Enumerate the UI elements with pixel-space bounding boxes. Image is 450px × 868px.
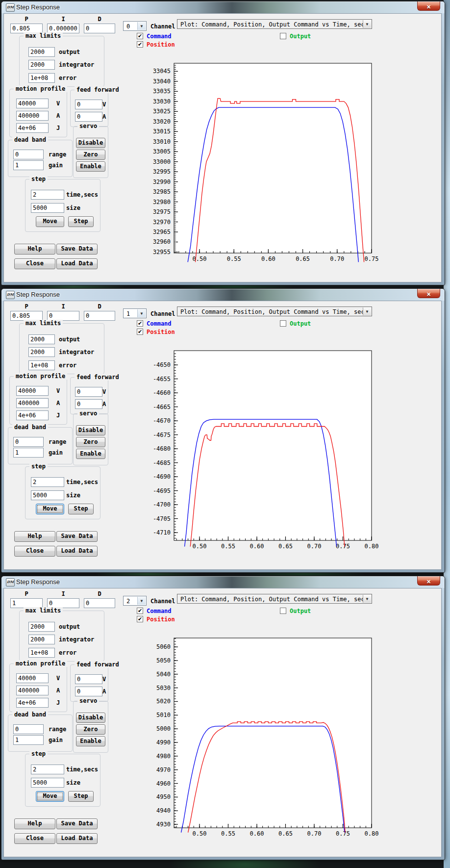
max-error-input[interactable]	[28, 73, 55, 83]
p-input[interactable]	[10, 24, 43, 33]
acceleration-input[interactable]	[16, 111, 49, 121]
close-window-button[interactable]: ✕	[417, 576, 440, 586]
step-size-input[interactable]	[31, 203, 64, 213]
enable-button[interactable]: Enable	[76, 161, 105, 172]
enable-button[interactable]: Enable	[76, 736, 105, 746]
close-button[interactable]: Close	[14, 258, 55, 269]
ff-acceleration-input[interactable]	[75, 687, 102, 696]
max-output-input[interactable]	[28, 622, 55, 632]
dead-band-gain-input[interactable]	[13, 160, 44, 170]
help-button[interactable]: Help	[14, 531, 55, 542]
channel-select[interactable]: 0 ▼	[123, 21, 147, 31]
enable-button[interactable]: Enable	[76, 449, 105, 459]
step-size-input[interactable]	[31, 490, 64, 500]
command-checkbox[interactable]: ✔	[137, 608, 143, 614]
help-button[interactable]: Help	[14, 244, 55, 255]
svg-text:33005: 33005	[153, 148, 171, 155]
close-button[interactable]: Close	[14, 546, 55, 557]
d-input[interactable]	[84, 598, 115, 608]
svg-text:0.75: 0.75	[336, 830, 350, 837]
channel-select[interactable]: 2 ▼	[123, 596, 147, 606]
load-data-button[interactable]: Load Data	[56, 258, 98, 269]
save-data-button[interactable]: Save Data	[56, 818, 98, 829]
disable-button[interactable]: Disable	[76, 138, 105, 148]
step-time-input[interactable]	[31, 477, 64, 487]
velocity-input[interactable]	[16, 673, 49, 683]
save-data-button[interactable]: Save Data	[56, 244, 98, 255]
dead-band-gain-input[interactable]	[13, 735, 44, 745]
plot-mode-select[interactable]: Plot: Command, Position, Output Command …	[177, 306, 372, 316]
i-input[interactable]	[47, 311, 79, 321]
svg-text:-4650: -4650	[153, 361, 171, 368]
disable-button[interactable]: Disable	[76, 713, 105, 723]
close-window-button[interactable]: ✕	[417, 1, 440, 11]
max-integrator-input[interactable]	[28, 635, 55, 644]
d-input[interactable]	[84, 311, 115, 321]
jerk-input[interactable]	[16, 123, 49, 133]
help-button[interactable]: Help	[14, 818, 55, 829]
position-checkbox[interactable]: ✔	[137, 616, 143, 622]
ff-acceleration-input[interactable]	[75, 399, 102, 409]
i-input[interactable]	[47, 598, 79, 608]
disable-button[interactable]: Disable	[76, 425, 105, 435]
step-button[interactable]: Step	[68, 216, 94, 227]
max-error-input[interactable]	[28, 648, 55, 658]
move-button[interactable]: Move	[36, 504, 64, 514]
output-checkbox[interactable]: ✔	[280, 608, 286, 614]
d-input[interactable]	[84, 24, 115, 33]
window-titlebar[interactable]: DM Step Response ✕	[1, 1, 445, 13]
dead-band-range-input[interactable]	[13, 724, 44, 734]
max-integrator-input[interactable]	[28, 60, 55, 70]
ff-velocity-input[interactable]	[75, 100, 102, 109]
jerk-input[interactable]	[16, 698, 49, 708]
command-checkbox[interactable]: ✔	[137, 33, 143, 39]
max-integrator-input[interactable]	[28, 347, 55, 357]
dead-band-range-input[interactable]	[13, 150, 44, 159]
load-data-button[interactable]: Load Data	[56, 833, 98, 844]
step-size-input[interactable]	[31, 778, 64, 788]
acceleration-input[interactable]	[16, 398, 49, 408]
move-button[interactable]: Move	[36, 216, 64, 227]
zero-button[interactable]: Zero	[76, 437, 105, 447]
jerk-input[interactable]	[16, 410, 49, 420]
plot-mode-select-value: Plot: Command, Position, Output Command …	[180, 308, 368, 315]
position-checkbox[interactable]: ✔	[137, 329, 143, 335]
dead-band-gain-label: gain	[49, 162, 63, 169]
motion-profile-group-title: motion profile	[14, 373, 67, 380]
max-output-input[interactable]	[28, 47, 55, 57]
channel-select[interactable]: 1 ▼	[123, 308, 147, 318]
load-data-button[interactable]: Load Data	[56, 546, 98, 557]
position-checkbox[interactable]: ✔	[137, 41, 143, 48]
step-time-input[interactable]	[31, 765, 64, 774]
save-data-button[interactable]: Save Data	[56, 531, 98, 542]
step-time-input[interactable]	[31, 190, 64, 200]
velocity-input[interactable]	[16, 386, 49, 396]
i-input[interactable]	[47, 24, 79, 33]
command-checkbox[interactable]: ✔	[137, 320, 143, 327]
plot-mode-select[interactable]: Plot: Command, Position, Output Command …	[177, 594, 372, 604]
output-checkbox[interactable]: ✔	[280, 33, 286, 39]
plot-mode-select[interactable]: Plot: Command, Position, Output Command …	[177, 19, 372, 29]
window-titlebar[interactable]: DM Step Response ✕	[1, 289, 445, 301]
zero-button[interactable]: Zero	[76, 150, 105, 160]
dead-band-range-input[interactable]	[13, 437, 44, 447]
ff-velocity-input[interactable]	[75, 674, 102, 684]
close-window-button[interactable]: ✕	[417, 289, 440, 298]
dead-band-gain-input[interactable]	[13, 448, 44, 458]
move-button[interactable]: Move	[36, 791, 64, 802]
max-output-input[interactable]	[28, 334, 55, 344]
close-button[interactable]: Close	[14, 833, 55, 844]
output-checkbox[interactable]: ✔	[280, 320, 286, 327]
p-input[interactable]	[10, 598, 43, 608]
acceleration-input[interactable]	[16, 686, 49, 695]
velocity-input[interactable]	[16, 99, 49, 108]
zero-button[interactable]: Zero	[76, 724, 105, 735]
step-button[interactable]: Step	[68, 791, 94, 802]
window-titlebar[interactable]: DM Step Response ✕	[1, 576, 445, 588]
max-error-input[interactable]	[28, 360, 55, 370]
p-input[interactable]	[10, 311, 43, 321]
check-icon: ✔	[138, 608, 142, 614]
step-button[interactable]: Step	[68, 504, 94, 514]
ff-velocity-input[interactable]	[75, 387, 102, 397]
ff-acceleration-input[interactable]	[75, 112, 102, 122]
